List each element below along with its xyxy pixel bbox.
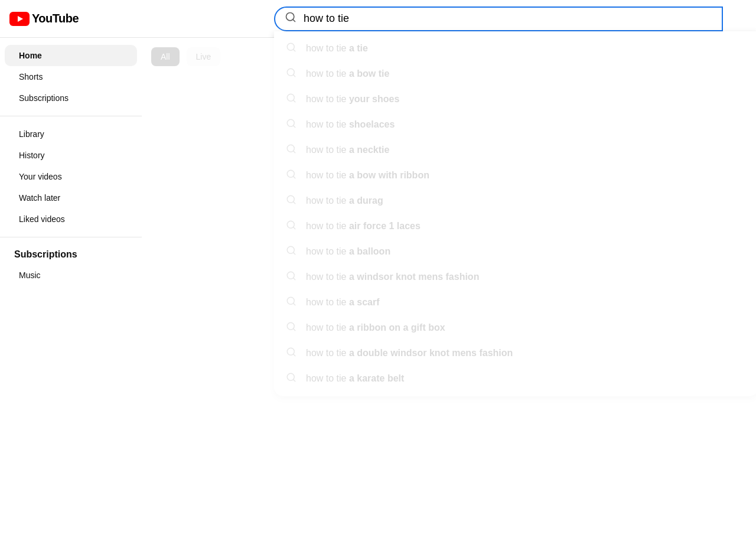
subscriptions-section-title: Subscriptions bbox=[0, 244, 142, 265]
youtube-wordmark: YouTube bbox=[32, 12, 79, 25]
sidebar-item-watch-later-label: Watch later bbox=[19, 193, 60, 203]
sidebar-item-home[interactable]: Home bbox=[5, 45, 137, 66]
sidebar-item-watch-later[interactable]: Watch later bbox=[5, 187, 137, 208]
sidebar-item-subscriptions[interactable]: Subscriptions bbox=[5, 87, 137, 109]
sidebar-divider-2 bbox=[0, 237, 142, 237]
sidebar-item-shorts[interactable]: Shorts bbox=[5, 66, 137, 87]
sidebar-item-your-videos[interactable]: Your videos bbox=[5, 166, 137, 187]
sidebar-item-history[interactable]: History bbox=[5, 145, 137, 166]
sidebar-item-home-label: Home bbox=[19, 51, 42, 60]
sidebar-item-music[interactable]: Music bbox=[5, 265, 137, 286]
sidebar-item-history-label: History bbox=[19, 151, 45, 160]
logo-link[interactable]: YouTube bbox=[9, 12, 79, 26]
sidebar-item-library[interactable]: Library bbox=[5, 123, 137, 145]
sidebar-item-liked-videos[interactable]: Liked videos bbox=[5, 208, 137, 230]
sidebar-top-section: Home Shorts Subscriptions bbox=[0, 45, 142, 109]
sidebar-mid-section: Library History Your videos Watch later … bbox=[0, 123, 142, 230]
sidebar-item-shorts-label: Shorts bbox=[19, 72, 43, 81]
search-box bbox=[274, 6, 723, 31]
search-icon bbox=[285, 11, 296, 26]
sidebar: Home Shorts Subscriptions Library Histor… bbox=[0, 38, 142, 551]
youtube-logo-icon bbox=[9, 12, 30, 26]
header: YouTube how to tie a tiehow to tie a bow… bbox=[0, 0, 756, 38]
sidebar-item-library-label: Library bbox=[19, 129, 44, 139]
search-input[interactable] bbox=[304, 12, 712, 25]
sidebar-item-your-videos-label: Your videos bbox=[19, 172, 62, 181]
sidebar-item-subscriptions-label: Subscriptions bbox=[19, 93, 69, 103]
search-container: how to tie a tiehow to tie a bow tiehow … bbox=[274, 6, 723, 31]
sidebar-item-liked-videos-label: Liked videos bbox=[19, 214, 65, 224]
sidebar-item-music-label: Music bbox=[19, 270, 41, 280]
sidebar-divider-1 bbox=[0, 116, 142, 116]
svg-line-3 bbox=[293, 19, 295, 22]
search-overlay bbox=[142, 38, 756, 551]
